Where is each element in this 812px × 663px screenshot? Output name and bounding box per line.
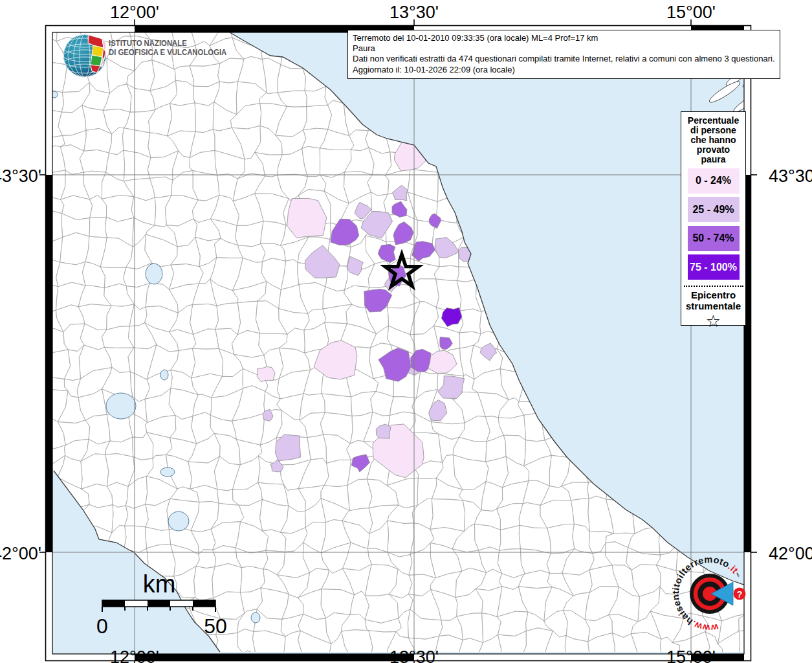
legend-epicenter-label2: strumentale (681, 300, 745, 311)
epicenter-star-icon: ☆ (681, 313, 745, 330)
legend-title: Percentuale di persone che hanno provato… (681, 112, 745, 164)
scale-end-label: 50 (204, 614, 227, 638)
legend-class-25-49: 25 - 49% (688, 197, 740, 222)
question-mark: ? (737, 589, 743, 600)
event-title: Terremoto del 10-01-2010 09:33:35 (ora l… (353, 33, 775, 43)
axis-label-left-4330: 43°30' (0, 166, 41, 186)
legend-class-75-100: 75 - 100% (688, 254, 740, 280)
legend-title-line: paura (681, 155, 745, 164)
axis-label-top-12: 12°00' (110, 3, 159, 22)
axis-label-top-1330: 13°30' (390, 3, 439, 22)
event-effect: Paura (353, 43, 775, 54)
legend-class-0-24: 0 - 24% (688, 168, 740, 194)
legend: Percentuale di persone che hanno provato… (681, 111, 746, 326)
ingv-logo (63, 34, 106, 77)
event-data-note: Dati non verificati estratti da 474 ques… (353, 54, 775, 64)
axis-label-left-42: 42°00' (0, 544, 41, 563)
legend-divider (684, 286, 743, 287)
scale-unit-label: km (143, 570, 176, 598)
axis-label-bottom-1330: 13°30' (390, 647, 439, 663)
legend-epicenter-label: Epicentro (681, 289, 745, 300)
axis-label-top-15: 15°00' (666, 3, 716, 22)
event-info-box: Terremoto del 10-01-2010 09:33:35 (ora l… (347, 30, 780, 79)
legend-title-line: che hanno (681, 135, 745, 145)
legend-title-line: Percentuale (681, 116, 745, 126)
legend-title-line: provato (681, 145, 745, 155)
map-canvas: 12°00' 13°30' 15°00' 12°00' 13°30' 15°00… (0, 0, 812, 663)
axis-label-bottom-12: 12°00' (110, 647, 159, 663)
event-updated: Aggiornato il: 10-01-2026 22:09 (ora loc… (353, 65, 775, 75)
legend-class-50-74: 50 - 74% (688, 226, 740, 251)
axis-label-bottom-15: 15°00' (666, 647, 716, 663)
ingv-name-line1: ISTITUTO NAZIONALE (109, 39, 226, 48)
ingv-felt-report-map: 12°00' 13°30' 15°00' 12°00' 13°30' 15°00… (0, 0, 812, 663)
ingv-name: ISTITUTO NAZIONALE DI GEOFISICA E VULCAN… (109, 39, 226, 57)
scale-start-label: 0 (96, 614, 108, 638)
ingv-name-line2: DI GEOFISICA E VULCANOLOGIA (109, 48, 226, 57)
axis-label-right-42: 42°00' (769, 544, 812, 563)
axis-label-right-4330: 43°30' (769, 166, 812, 186)
legend-title-line: di persone (681, 126, 745, 135)
